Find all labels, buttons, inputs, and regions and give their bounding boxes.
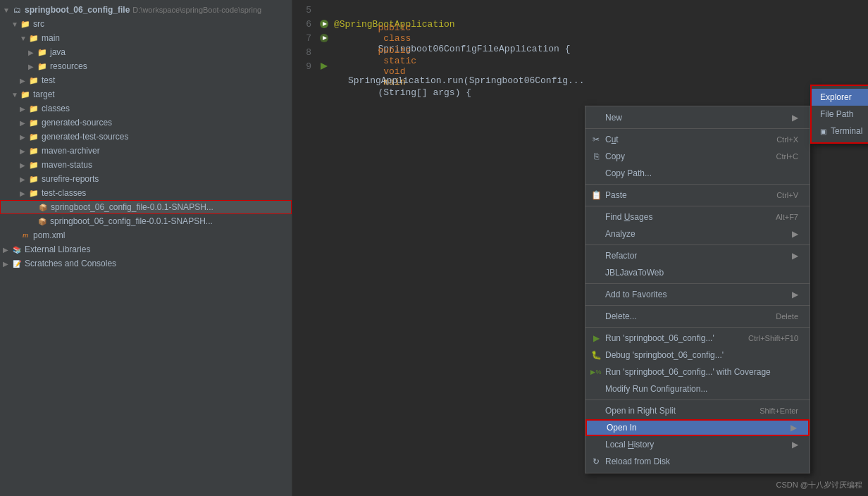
sub-menu-item-file-path[interactable]: File Path Ctrl+Alt+F12 bbox=[812, 106, 868, 123]
menu-add-favorites-label: Add to Favorites bbox=[605, 290, 666, 299]
menu-run-label: Run 'springboot_06_config...' bbox=[605, 333, 714, 343]
menu-item-open-in[interactable]: Open In ▶ bbox=[585, 419, 810, 436]
separator-6 bbox=[585, 305, 810, 306]
main-label: main bbox=[42, 33, 60, 43]
sidebar-item-maven-status[interactable]: 📁 maven-status bbox=[0, 158, 292, 172]
menu-modify-run-label: Modify Run Configuration... bbox=[605, 384, 707, 394]
arrow-gen-sources bbox=[20, 119, 28, 127]
paste-icon: 📋 bbox=[590, 190, 602, 200]
menu-local-history-label: Local History bbox=[605, 440, 654, 450]
separator-1 bbox=[585, 128, 810, 129]
menu-item-find-usages[interactable]: Find Usages Alt+F7 bbox=[585, 209, 810, 225]
open-in-submenu-arrow: ▶ bbox=[776, 423, 797, 433]
project-label: springboot_06_config_file bbox=[25, 5, 130, 15]
sidebar-item-target[interactable]: 📁 target bbox=[0, 87, 292, 101]
terminal-icon: ▣ bbox=[820, 128, 826, 135]
jar1-label: springboot_06_config_file-0.0.1-SNAPSH..… bbox=[51, 202, 213, 212]
arrow-project-root bbox=[3, 6, 11, 14]
ext-libs-label: External Libraries bbox=[25, 244, 90, 254]
sub-menu-item-terminal[interactable]: ▣ Terminal bbox=[812, 123, 868, 140]
debug-icon: 🐛 bbox=[590, 350, 602, 360]
menu-run-coverage-label: Run 'springboot_06_config...' with Cover… bbox=[605, 367, 771, 377]
sidebar-item-test[interactable]: 📁 test bbox=[0, 73, 292, 87]
sidebar-item-scratches[interactable]: 📝 Scratches and Consoles bbox=[0, 256, 292, 271]
surefire-label: surefire-reports bbox=[42, 174, 99, 184]
folder-test-classes-icon: 📁 bbox=[28, 187, 39, 199]
code-lines: 5 6 @SpringBootApplication 7 bbox=[292, 0, 868, 90]
maven-status-label: maven-status bbox=[42, 160, 92, 170]
sidebar-item-generated-test-sources[interactable]: 📁 generated-test-sources bbox=[0, 130, 292, 144]
menu-item-delete[interactable]: Delete... Delete bbox=[585, 308, 810, 325]
run-icon[interactable] bbox=[319, 33, 329, 43]
menu-item-run-coverage[interactable]: ▶% Run 'springboot_06_config...' with Co… bbox=[585, 364, 810, 380]
sub-menu-item-explorer[interactable]: Explorer bbox=[812, 89, 868, 106]
find-usages-shortcut: Alt+F7 bbox=[762, 213, 798, 221]
folder-target-icon: 📁 bbox=[20, 89, 31, 100]
sidebar-item-classes[interactable]: 📁 classes bbox=[0, 101, 292, 116]
menu-reload-label: Reload from Disk bbox=[605, 457, 670, 466]
sidebar-item-jar1[interactable]: 📦 springboot_06_config_file-0.0.1-SNAPSH… bbox=[0, 200, 292, 214]
run-debug-icon[interactable] bbox=[319, 19, 329, 29]
test-label: test bbox=[42, 75, 55, 85]
sidebar-item-ext-libs[interactable]: 📚 External Libraries bbox=[0, 242, 292, 256]
menu-item-analyze[interactable]: Analyze ▶ bbox=[585, 225, 810, 242]
sidebar-item-maven-archiver[interactable]: 📁 maven-archiver bbox=[0, 144, 292, 158]
local-history-submenu-arrow: ▶ bbox=[778, 440, 798, 450]
sidebar-item-generated-sources[interactable]: 📁 generated-sources bbox=[0, 116, 292, 130]
menu-cut-label: Cut bbox=[605, 135, 619, 144]
cut-shortcut: Ctrl+X bbox=[762, 135, 798, 144]
sub-menu-file-path-label: File Path bbox=[820, 109, 853, 119]
menu-item-open-right-split[interactable]: Open in Right Split Shift+Enter bbox=[585, 402, 810, 419]
arrow-maven-status bbox=[20, 161, 28, 169]
sub-context-menu: Explorer File Path Ctrl+Alt+F12 ▣ Termin… bbox=[810, 85, 868, 144]
sidebar-item-test-classes[interactable]: 📁 test-classes bbox=[0, 186, 292, 200]
menu-item-reload[interactable]: ↻ Reload from Disk bbox=[585, 453, 810, 470]
menu-item-copy[interactable]: ⎘ Copy Ctrl+C bbox=[585, 148, 810, 165]
run-main-icon[interactable] bbox=[319, 61, 329, 71]
folder-src-icon: 📁 bbox=[20, 18, 31, 30]
arrow-scratches bbox=[3, 260, 11, 268]
menu-item-debug[interactable]: 🐛 Debug 'springboot_06_config...' bbox=[585, 347, 810, 364]
sidebar-item-src[interactable]: 📁 src bbox=[0, 17, 292, 31]
menu-item-cut[interactable]: ✂ Cut Ctrl+X bbox=[585, 131, 810, 148]
separator-7 bbox=[585, 327, 810, 328]
folder-test-icon: 📁 bbox=[28, 75, 39, 86]
arrow-gen-test-sources bbox=[20, 133, 28, 141]
sidebar-item-surefire-reports[interactable]: 📁 surefire-reports bbox=[0, 172, 292, 186]
menu-item-jbl[interactable]: JBLJavaToWeb bbox=[585, 264, 810, 281]
sub-menu-explorer-label: Explorer bbox=[820, 92, 852, 102]
sidebar-item-pom[interactable]: m pom.xml bbox=[0, 228, 292, 242]
sidebar-item-main[interactable]: 📁 main bbox=[0, 31, 292, 45]
arrow-src bbox=[11, 20, 20, 28]
gutter-9[interactable] bbox=[317, 61, 331, 71]
copy-shortcut: Ctrl+C bbox=[762, 152, 798, 161]
folder-maven-archiver-icon: 📁 bbox=[28, 145, 39, 156]
menu-item-run[interactable]: ▶ Run 'springboot_06_config...' Ctrl+Shi… bbox=[585, 330, 810, 347]
jar1-icon: 📦 bbox=[37, 202, 49, 212]
menu-item-refactor[interactable]: Refactor ▶ bbox=[585, 247, 810, 264]
sidebar-item-resources[interactable]: 📁 resources bbox=[0, 59, 292, 73]
folder-main-icon: 📁 bbox=[28, 32, 39, 44]
sidebar-item-project-root[interactable]: 🗂 springboot_06_config_file D:\workspace… bbox=[0, 3, 292, 17]
svg-marker-4 bbox=[321, 63, 328, 70]
ext-libs-icon: 📚 bbox=[11, 244, 23, 254]
menu-item-paste[interactable]: 📋 Paste Ctrl+V bbox=[585, 187, 810, 204]
code-content-cont: SpringApplication.run(Springboot06Config… bbox=[331, 75, 584, 86]
open-right-shortcut: Shift+Enter bbox=[745, 407, 798, 415]
delete-shortcut: Delete bbox=[762, 312, 798, 321]
menu-item-local-history[interactable]: Local History ▶ bbox=[585, 436, 810, 453]
sidebar-item-java[interactable]: 📁 java bbox=[0, 45, 292, 59]
menu-item-copy-path[interactable]: Copy Path... bbox=[585, 165, 810, 182]
menu-item-modify-run[interactable]: Modify Run Configuration... bbox=[585, 380, 810, 397]
menu-item-add-favorites[interactable]: Add to Favorites ▶ bbox=[585, 286, 810, 303]
menu-copy-label: Copy bbox=[605, 151, 625, 161]
separator-5 bbox=[585, 283, 810, 284]
menu-item-new[interactable]: New ▶ bbox=[585, 109, 810, 126]
context-menu: New ▶ ✂ Cut Ctrl+X ⎘ Copy Ctrl+C Copy Pa… bbox=[585, 106, 810, 473]
menu-refactor-label: Refactor bbox=[605, 251, 637, 261]
arrow-maven-archiver bbox=[20, 147, 28, 155]
separator-3 bbox=[585, 206, 810, 206]
pom-icon: m bbox=[20, 230, 31, 240]
sidebar-item-jar2[interactable]: 📦 springboot_06_config_file-0.0.1-SNAPSH… bbox=[0, 214, 292, 228]
separator-2 bbox=[585, 184, 810, 185]
